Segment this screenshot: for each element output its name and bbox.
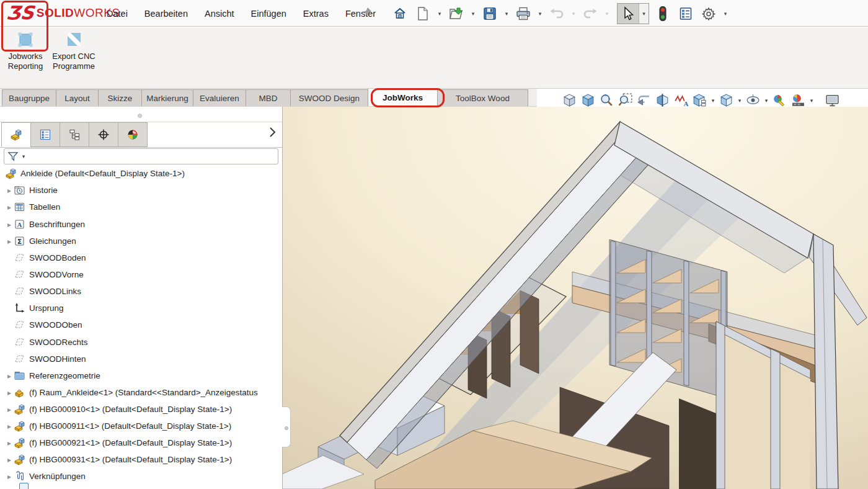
options-dropdown[interactable]: ▾	[722, 11, 728, 17]
tree-item-ursprung[interactable]: Ursprung	[0, 300, 283, 316]
section-view-icon[interactable]	[654, 92, 671, 109]
export-cnc-button[interactable]: Export CNCProgramme	[51, 30, 96, 71]
tab-evaluieren[interactable]: Evaluieren	[193, 89, 246, 106]
tree-item-hbg000911[interactable]: ▸(f) HBG000911<1> (Default<Default_Displ…	[0, 418, 283, 434]
filter-dropdown[interactable]: ▾	[20, 153, 27, 159]
tree-item-verknuepfungen[interactable]: ▸Verknüpfungen	[0, 468, 283, 485]
jobworks-reporting-button[interactable]: JobworksReporting	[3, 30, 48, 71]
expand-arrow-icon[interactable]: ▸	[5, 203, 14, 212]
tree-item-tabellen[interactable]: ▸Tabellen	[0, 199, 283, 215]
tree-item-swoodvorne[interactable]: SWOODVorne	[0, 266, 283, 283]
tab-swood-design[interactable]: SWOOD Design	[290, 89, 368, 106]
menu-einfuegen[interactable]: Einfügen	[251, 9, 286, 19]
expand-arrow-icon[interactable]: ▸	[5, 388, 14, 397]
select-dropdown[interactable]: ▾	[639, 4, 649, 24]
graphics-viewport[interactable]: A ▾ ▾ ▾ ▾	[282, 89, 868, 489]
tree-item-swoodrechts[interactable]: SWOODRechts	[0, 334, 283, 351]
magnified-selection-icon[interactable]	[617, 92, 634, 109]
tree-item-root[interactable]: Ankleide (Default<Default_Display State-…	[0, 165, 283, 182]
tab-configurationmanager[interactable]	[60, 122, 89, 147]
tab-layout[interactable]: Layout	[56, 89, 99, 106]
menu-extras[interactable]: Extras	[303, 9, 329, 19]
home-icon[interactable]	[391, 4, 409, 24]
expand-arrow-icon[interactable]: ▸	[5, 405, 14, 414]
edit-appearance-icon[interactable]	[771, 92, 788, 109]
undo-dropdown[interactable]: ▾	[570, 11, 577, 17]
print-icon[interactable]	[514, 4, 533, 24]
tab-baugruppe[interactable]: Baugruppe	[2, 89, 56, 106]
tree-item-referenzgeometrie[interactable]: ▸Referenzgeometrie	[0, 367, 283, 384]
zoom-to-area-icon[interactable]	[598, 92, 615, 109]
menu-bar: ƷS SOLIDWORKS Datei Bearbeiten Ansicht E…	[0, 0, 868, 27]
tree-item-swoodoben[interactable]: SWOODOben	[0, 316, 283, 333]
tree-item-swoodlinks[interactable]: SWOODLinks	[0, 283, 283, 300]
tree-item-partial[interactable]	[19, 483, 29, 489]
assembly-icon	[14, 437, 25, 449]
hide-show-dropdown[interactable]: ▾	[763, 97, 769, 104]
hide-annotations-icon[interactable]: A	[673, 92, 689, 109]
tree-item-swoodboden[interactable]: SWOODBoden	[0, 249, 283, 266]
expand-arrow-icon[interactable]: ▸	[5, 455, 14, 464]
tab-jobworks[interactable]: JobWorks	[368, 88, 438, 106]
expand-arrow-icon[interactable]: ▸	[5, 220, 14, 229]
apply-scene-dropdown[interactable]: ▾	[808, 97, 815, 104]
panel-viewport-splitter[interactable]	[282, 406, 291, 447]
zoom-to-fit-icon[interactable]	[561, 92, 578, 109]
open-icon[interactable]	[447, 4, 466, 24]
print-dropdown[interactable]: ▾	[537, 11, 543, 17]
view-orientation-dropdown[interactable]: ▾	[710, 97, 716, 104]
expand-arrow-icon[interactable]: ▸	[5, 237, 14, 246]
tree-item-hbg000910[interactable]: ▸(f) HBG000910<1> (Default<Default_Displ…	[0, 401, 283, 418]
open-dropdown[interactable]: ▾	[470, 11, 476, 17]
tree-filter-bar[interactable]: ▾	[4, 148, 278, 164]
expand-arrow-icon[interactable]: ▸	[5, 372, 14, 380]
redo-icon[interactable]	[581, 4, 600, 24]
tab-toolbox-wood[interactable]: ToolBox Wood	[437, 89, 528, 106]
tab-markierung[interactable]: Markierung	[141, 89, 193, 106]
hide-show-items-icon[interactable]	[745, 92, 761, 109]
tab-skizze[interactable]: Skizze	[98, 89, 142, 106]
plane-icon	[14, 336, 25, 348]
expand-arrow-icon[interactable]: ▸	[5, 439, 14, 447]
expand-arrow-icon[interactable]: ▸	[5, 472, 14, 481]
tree-item-historie[interactable]: ▸Historie	[0, 182, 283, 199]
tab-propertymanager[interactable]	[30, 122, 60, 147]
tree-item-swoodhinten[interactable]: SWOODHinten	[0, 351, 283, 367]
menu-bearbeiten[interactable]: Bearbeiten	[144, 9, 188, 19]
panel-splitter-grip[interactable]	[138, 114, 142, 118]
expand-arrow-icon[interactable]: ▸	[5, 186, 14, 195]
display-style-dropdown[interactable]: ▾	[737, 97, 743, 104]
filter-funnel-icon	[7, 151, 19, 162]
menu-ansicht[interactable]: Ansicht	[205, 9, 234, 19]
new-document-icon[interactable]	[414, 4, 432, 24]
save-icon[interactable]	[480, 4, 499, 24]
shaded-cube-icon[interactable]	[580, 92, 596, 109]
expand-panel-arrow[interactable]	[269, 127, 276, 138]
redo-dropdown[interactable]: ▾	[604, 11, 610, 17]
tree-item-raum-ankleide[interactable]: ▸(f) Raum_Ankleide<1> (Standard<<Standar…	[0, 384, 283, 401]
tree-item-gleichungen[interactable]: ▸Gleichungen	[0, 233, 283, 249]
tab-dimxpertmanager[interactable]	[89, 122, 118, 147]
undo-icon[interactable]	[547, 4, 566, 24]
expand-arrow-icon[interactable]: ▸	[5, 422, 14, 431]
performance-evaluation-icon[interactable]	[653, 4, 672, 24]
save-dropdown[interactable]: ▾	[503, 11, 510, 17]
apply-scene-icon[interactable]	[790, 92, 807, 109]
configurationmanager-icon	[68, 128, 81, 141]
view-orientation-icon[interactable]	[691, 92, 708, 109]
task-pane-list-icon[interactable]	[676, 4, 695, 24]
previous-view-icon[interactable]	[636, 92, 652, 109]
menu-datei[interactable]: Datei	[107, 9, 128, 19]
tree-item-hbg000931[interactable]: ▸(f) HBG000931<1> (Default<Default_Displ…	[0, 451, 283, 468]
new-document-dropdown[interactable]: ▾	[436, 11, 443, 17]
view-settings-icon[interactable]	[824, 92, 841, 109]
tab-mbd[interactable]: MBD	[246, 89, 291, 106]
tab-displaymanager[interactable]	[118, 122, 148, 147]
tree-item-beschriftungen[interactable]: ▸Beschriftungen	[0, 216, 283, 233]
options-gear-icon[interactable]	[699, 4, 718, 24]
tree-item-hbg000921[interactable]: ▸(f) HBG000921<1> (Default<Default_Displ…	[0, 434, 283, 451]
display-style-icon[interactable]	[718, 92, 735, 109]
select-cursor-icon[interactable]	[618, 4, 639, 24]
tab-featuremanager[interactable]	[1, 122, 31, 147]
pin-menu-icon[interactable]	[361, 6, 373, 17]
